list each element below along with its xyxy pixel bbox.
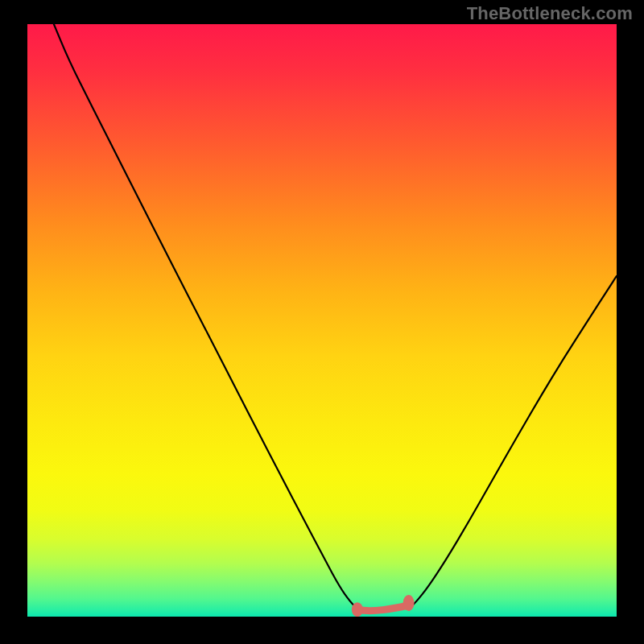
left-curve-path (54, 24, 357, 609)
right-curve-path (409, 276, 617, 609)
watermark-text: TheBottleneck.com (467, 3, 633, 24)
plot-area (27, 24, 617, 617)
curve-layer (27, 24, 617, 617)
chart-frame: TheBottleneck.com (0, 0, 644, 644)
valley-marker-line (357, 605, 409, 611)
valley-marker-end-left (352, 602, 363, 617)
valley-marker-group (352, 595, 415, 617)
valley-marker-end-right (403, 595, 415, 611)
